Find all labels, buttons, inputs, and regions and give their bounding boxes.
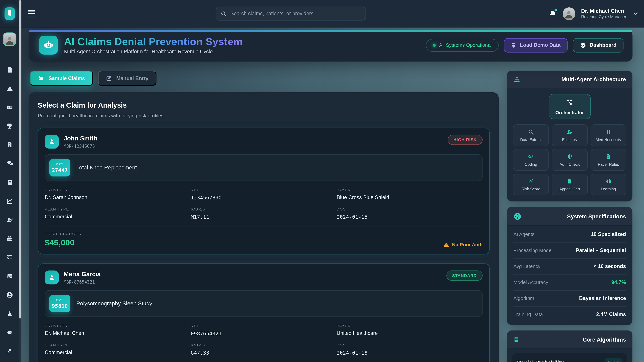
plan-type-value: Commercial (45, 214, 191, 220)
chevron-down-icon[interactable] (633, 10, 638, 17)
search-input[interactable] (230, 11, 361, 16)
spec-label: AI Agents (513, 231, 534, 237)
gauge-icon (513, 212, 522, 220)
dos-value: 2024-01-18 (336, 350, 482, 356)
patient-name: Maria Garcia (64, 271, 101, 278)
notifications-button[interactable] (549, 9, 557, 18)
claim-details: PROVIDERDr. Sarah Johnson NPI1234567890 … (45, 188, 483, 220)
file-invoice-dollar-icon[interactable]: $ (6, 141, 14, 149)
total-charges-label: TOTAL CHARGES (45, 232, 81, 236)
procedure-name: Polysomnography Sleep Study (76, 301, 152, 307)
task-list-icon[interactable] (6, 253, 14, 261)
payer-value: United Healthcare (336, 330, 482, 336)
user-role: Revenue Cycle Manager (581, 14, 626, 20)
sidebar-scrollbar-thumb[interactable] (20, 0, 21, 319)
calculator-icon (513, 336, 520, 343)
agent-coding[interactable]: Coding (513, 149, 549, 171)
file-medical-icon[interactable] (6, 66, 14, 74)
magnifier-icon (528, 129, 534, 135)
spec-value: 10 Specialized (591, 231, 626, 237)
money-check-icon[interactable]: $ (6, 103, 14, 111)
claim-card-maria-garcia[interactable]: Maria Garcia MBR-87654321 STANDARD CPT 9… (38, 264, 490, 362)
spec-label: Model Accuracy (513, 280, 548, 285)
spec-value: Bayesian Inference (579, 296, 626, 301)
app-logo[interactable] (4, 7, 15, 20)
gavel-icon[interactable] (6, 347, 14, 355)
global-search[interactable] (216, 6, 366, 20)
dashboard-button[interactable]: Dashboard (573, 38, 624, 52)
algorithm-card-denial-probability[interactable]: Denial Probability O(n) Bayesian Inferen… (512, 354, 627, 362)
field-label: PROVIDER (45, 188, 191, 192)
user-check-icon[interactable] (6, 216, 14, 224)
folder-open-icon (38, 75, 44, 81)
sidebar-nav: $ $ (0, 60, 19, 355)
robot-icon[interactable] (6, 328, 14, 336)
left-sidebar: $ $ (0, 0, 19, 362)
claim-details: PROVIDERDr. Michael Chen NPI0987654321 P… (45, 324, 483, 356)
icd10-value: G47.33 (191, 350, 336, 356)
user-avatar[interactable] (563, 7, 576, 20)
sitemap-icon (513, 76, 520, 83)
trophy-icon[interactable] (6, 122, 14, 130)
tab-sample-claims-label: Sample Claims (48, 75, 85, 81)
database-icon (511, 42, 516, 48)
agent-risk-score[interactable]: Risk Score (513, 174, 549, 195)
complexity-badge: O(n) (604, 358, 622, 362)
status-label: All Systems Operational (439, 42, 492, 48)
page-title: AI Claims Denial Prevention System (64, 36, 243, 48)
divider (45, 227, 483, 227)
payer-value: Blue Cross Blue Shield (336, 195, 482, 200)
npi-value: 1234567890 (191, 195, 336, 201)
agent-appeal-gen[interactable]: Appeal Gen (552, 174, 588, 195)
agent-auth-check[interactable]: Auth Check (552, 149, 588, 171)
tab-manual-entry[interactable]: Manual Entry (98, 70, 157, 86)
cpt-chip: CPT 27447 (49, 159, 70, 176)
spec-row: Model Accuracy 94.7% (513, 275, 626, 291)
user-icon (48, 274, 56, 281)
spec-value: < 10 seconds (594, 264, 626, 269)
spec-label: Training Data (513, 312, 543, 317)
cpt-chip: CPT 95810 (49, 295, 70, 312)
flask-icon[interactable] (6, 309, 14, 318)
comments-icon[interactable] (6, 159, 14, 168)
agent-learning[interactable]: Learning (590, 174, 626, 195)
plan-type-value: Commercial (45, 350, 191, 356)
spec-label: Processing Mode (513, 248, 552, 253)
spec-value: 2.4M Claims (596, 312, 626, 317)
orchestrator-node[interactable]: Orchestrator (549, 94, 591, 119)
network-icon (565, 98, 574, 106)
calculator-icon[interactable] (6, 178, 14, 186)
agent-data-extract[interactable]: Data Extract (513, 124, 549, 146)
warning-triangle-icon[interactable] (6, 84, 14, 93)
agent-eligibility[interactable]: Eligibility (552, 124, 588, 146)
spec-row: Algorithm Bayesian Inference (513, 291, 626, 307)
agent-label: Learning (601, 187, 616, 191)
agent-label: Risk Score (522, 187, 540, 191)
risk-badge: HIGH RISK (448, 135, 482, 145)
claim-card-john-smith[interactable]: John Smith MBR-12345678 HIGH RISK CPT 27… (38, 128, 490, 255)
cpt-label: CPT (56, 162, 64, 166)
tab-sample-claims[interactable]: Sample Claims (30, 70, 93, 86)
id-card-icon[interactable] (6, 272, 14, 280)
architecture-panel: Multi-Agent Architecture Orchestrator Da… (507, 70, 632, 201)
specs-panel: System Specifications AI Agents 10 Speci… (507, 207, 632, 325)
spec-value-accuracy: 94.7% (611, 280, 626, 285)
field-label: ICD-10 (191, 343, 336, 347)
user-circle-icon[interactable] (6, 291, 14, 299)
user-shield-icon (566, 129, 573, 135)
sidebar-avatar[interactable] (3, 32, 16, 46)
agent-payer-rules[interactable]: Payer Rules (590, 149, 626, 171)
agent-med-necessity[interactable]: Med Necessity (590, 124, 626, 146)
gauge-icon (580, 42, 586, 48)
icd10-value: M17.11 (191, 214, 336, 220)
cash-register-icon[interactable] (6, 234, 14, 243)
chart-line-icon[interactable] (6, 197, 14, 205)
chart-line-icon (528, 178, 534, 184)
field-label: PAYER (336, 324, 482, 328)
menu-toggle-button[interactable] (28, 10, 36, 16)
search-icon (220, 10, 227, 16)
load-demo-data-button[interactable]: Load Demo Data (504, 38, 568, 52)
user-meta[interactable]: Dr. Michael Chen Revenue Cycle Manager (581, 8, 626, 19)
agent-label: Appeal Gen (559, 187, 580, 191)
load-demo-label: Load Demo Data (520, 42, 561, 48)
